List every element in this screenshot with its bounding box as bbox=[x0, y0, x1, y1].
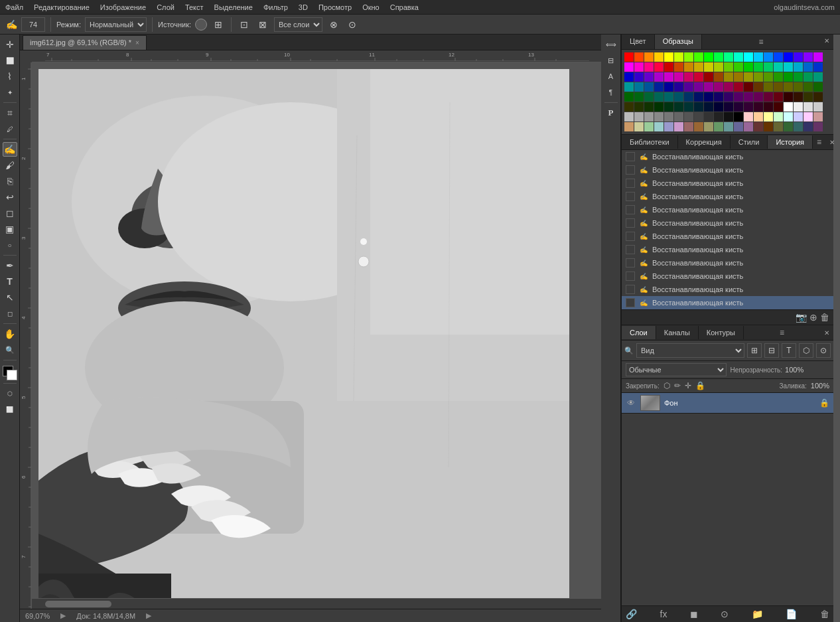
swatch-item[interactable] bbox=[674, 112, 683, 121]
swatch-item[interactable] bbox=[714, 102, 723, 112]
swatch-item[interactable] bbox=[794, 52, 803, 62]
layers-panel-menu[interactable]: ≡ bbox=[776, 325, 788, 340]
swatch-item[interactable] bbox=[684, 72, 693, 82]
blend-mode-select[interactable]: Нормальный bbox=[85, 17, 147, 32]
menu-view[interactable]: Просмотр bbox=[318, 3, 352, 11]
swatch-item[interactable] bbox=[634, 72, 644, 82]
swatch-item[interactable] bbox=[794, 72, 803, 82]
swatch-item[interactable] bbox=[724, 52, 733, 62]
swatch-item[interactable] bbox=[754, 62, 763, 72]
history-item[interactable]: ✍ Восстанавливающая кисть bbox=[622, 177, 833, 190]
layer-extra-btn[interactable]: ⊙ bbox=[816, 343, 831, 358]
layer-adjustment-btn[interactable]: T bbox=[782, 343, 796, 358]
right-tool-5[interactable]: P bbox=[604, 106, 618, 120]
swatch-item[interactable] bbox=[654, 112, 664, 121]
swatch-item[interactable] bbox=[754, 122, 763, 131]
swatch-item[interactable] bbox=[714, 92, 723, 102]
swatch-item[interactable] bbox=[714, 112, 723, 121]
menu-select[interactable]: Выделение bbox=[214, 3, 253, 11]
swatch-item[interactable] bbox=[684, 122, 693, 131]
layer-kind-filter[interactable]: Вид bbox=[636, 343, 744, 358]
swatch-item[interactable] bbox=[634, 92, 644, 102]
swatch-item[interactable] bbox=[634, 82, 644, 92]
lock-pixels-btn[interactable]: ⬡ bbox=[664, 381, 670, 390]
history-checkbox[interactable] bbox=[626, 179, 635, 188]
layers-select[interactable]: Все слои bbox=[274, 17, 322, 32]
layer-item-background[interactable]: 👁 Фон 🔒 bbox=[622, 393, 833, 414]
swatch-item[interactable] bbox=[684, 82, 693, 92]
tab-history[interactable]: История bbox=[768, 135, 813, 149]
swatch-item[interactable] bbox=[734, 52, 743, 62]
swatch-item[interactable] bbox=[724, 102, 733, 112]
fill-value[interactable]: 100% bbox=[811, 382, 829, 390]
eyedropper-tool[interactable]: 🖊 bbox=[3, 121, 17, 136]
swatch-item[interactable] bbox=[654, 72, 664, 82]
swatch-item[interactable] bbox=[734, 102, 743, 112]
swatch-item[interactable] bbox=[764, 122, 773, 131]
lock-all-btn[interactable]: 🔒 bbox=[695, 381, 705, 390]
swatch-item[interactable] bbox=[804, 72, 813, 82]
canvas-scroll[interactable]: 7 8 9 10 11 12 13 bbox=[20, 50, 601, 609]
tab-libraries[interactable]: Библиотеки bbox=[622, 135, 678, 149]
swatch-item[interactable] bbox=[674, 82, 683, 92]
swatch-item[interactable] bbox=[704, 52, 713, 62]
source-sampled-btn[interactable] bbox=[195, 19, 207, 31]
history-delete-btn[interactable]: 🗑 bbox=[820, 312, 829, 323]
swatch-item[interactable] bbox=[744, 112, 753, 121]
scrollbar-horizontal[interactable] bbox=[32, 598, 601, 609]
background-color[interactable] bbox=[7, 370, 17, 380]
swatch-item[interactable] bbox=[634, 122, 644, 131]
swatch-item[interactable] bbox=[694, 82, 703, 92]
select-rect-tool[interactable]: ⬜ bbox=[3, 53, 17, 68]
swatch-item[interactable] bbox=[813, 52, 823, 62]
history-panel-close[interactable]: ✕ bbox=[825, 136, 839, 149]
history-checkbox[interactable] bbox=[626, 192, 635, 201]
swatch-item[interactable] bbox=[744, 52, 753, 62]
swatch-item[interactable] bbox=[694, 62, 703, 72]
magic-wand-tool[interactable]: ✦ bbox=[3, 85, 17, 100]
swatch-item[interactable] bbox=[624, 62, 634, 72]
layer-new-btn[interactable]: 📄 bbox=[786, 609, 797, 619]
history-item[interactable]: ✍ Восстанавливающая кисть bbox=[622, 150, 833, 163]
swatch-item[interactable] bbox=[754, 52, 763, 62]
lock-art-btn[interactable]: ✛ bbox=[685, 381, 691, 390]
swatch-item[interactable] bbox=[654, 102, 664, 112]
layer-fx-btn[interactable]: fx bbox=[660, 609, 667, 619]
swatch-item[interactable] bbox=[694, 52, 703, 62]
dodge-tool[interactable]: ○ bbox=[3, 238, 17, 252]
swatch-item[interactable] bbox=[714, 122, 723, 131]
swatch-item[interactable] bbox=[694, 102, 703, 112]
lock-position-btn[interactable]: ✏ bbox=[674, 381, 681, 390]
menu-window[interactable]: Окно bbox=[362, 3, 380, 11]
swatch-item[interactable] bbox=[644, 112, 654, 121]
swatch-item[interactable] bbox=[804, 62, 813, 72]
brush-tool[interactable]: 🖌 bbox=[3, 158, 17, 173]
swatch-item[interactable] bbox=[764, 92, 773, 102]
history-item[interactable]: ✍ Восстанавливающая кисть bbox=[622, 283, 833, 296]
brush-size-input[interactable] bbox=[21, 17, 45, 32]
swatch-item[interactable] bbox=[784, 122, 793, 131]
swatch-item[interactable] bbox=[714, 52, 723, 62]
swatch-item[interactable] bbox=[694, 92, 703, 102]
swatch-item[interactable] bbox=[754, 102, 763, 112]
history-item[interactable]: ✍ Восстанавливающая кисть bbox=[622, 296, 833, 309]
swatch-item[interactable] bbox=[813, 102, 823, 112]
swatch-item[interactable] bbox=[774, 72, 783, 82]
swatch-item[interactable] bbox=[764, 102, 773, 112]
swatch-item[interactable] bbox=[654, 52, 664, 62]
history-checkbox[interactable] bbox=[626, 218, 635, 228]
swatch-item[interactable] bbox=[624, 82, 634, 92]
right-tool-3[interactable]: A bbox=[604, 69, 618, 84]
swatch-item[interactable] bbox=[764, 112, 773, 121]
swatch-item[interactable] bbox=[674, 102, 683, 112]
move-tool[interactable]: ✛ bbox=[3, 37, 17, 52]
layer-visibility-toggle[interactable]: 👁 bbox=[626, 398, 636, 408]
swatch-item[interactable] bbox=[654, 82, 664, 92]
swatch-item[interactable] bbox=[644, 82, 654, 92]
swatch-item[interactable] bbox=[634, 52, 644, 62]
swatch-item[interactable] bbox=[813, 72, 823, 82]
swatch-item[interactable] bbox=[734, 92, 743, 102]
layer-delete-btn[interactable]: 🗑 bbox=[820, 609, 829, 619]
aligned-btn[interactable]: ⊡ bbox=[237, 17, 251, 32]
swatch-item[interactable] bbox=[774, 62, 783, 72]
